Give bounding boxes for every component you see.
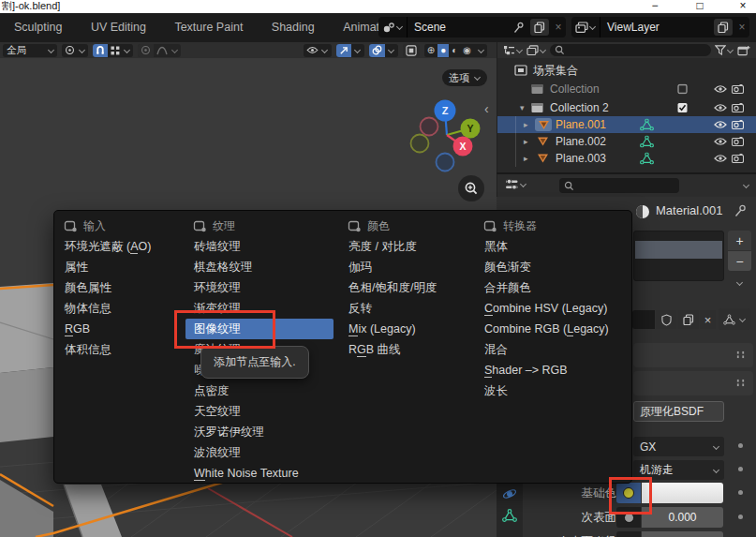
tab-sculpting[interactable]: Sculpting (2, 13, 74, 42)
shading-solid-button[interactable]: ● (437, 44, 449, 57)
camera-render-toggle[interactable] (732, 103, 744, 112)
collapsed-panel-header[interactable] (633, 371, 753, 395)
unlink-scene-button[interactable]: × (551, 21, 566, 34)
tab-shading[interactable]: Shading (259, 13, 327, 42)
proportional-falloff-dropdown[interactable] (154, 44, 181, 57)
viewlayer-name[interactable]: ViewLayer (600, 21, 714, 34)
outliner-row-plane-003[interactable]: ▸ Plane.003 (497, 150, 756, 167)
material-slot-selected[interactable] (635, 241, 722, 259)
material-name[interactable]: Material.001 (656, 203, 723, 217)
shading-rendered-button[interactable]: ◉ (460, 44, 474, 57)
menu-item[interactable]: 波浪纹理 (185, 442, 334, 463)
menu-item[interactable]: Mix (Legacy) (340, 319, 469, 339)
remove-slot-button[interactable]: − (728, 251, 751, 271)
gizmo-neg-z[interactable] (437, 154, 454, 172)
menu-item[interactable]: Combine HSV (Legacy) (476, 298, 629, 319)
hide-eye-toggle[interactable] (714, 154, 727, 163)
hide-eye-toggle[interactable] (714, 103, 727, 112)
show-overlays-toggle[interactable] (369, 44, 385, 57)
menu-item[interactable]: 点密度 (185, 380, 334, 401)
disclosure-triangle-icon[interactable]: ▸ (524, 154, 528, 163)
base-color-socket[interactable] (616, 483, 641, 503)
menu-item[interactable]: 黑体 (476, 236, 629, 257)
pin-icon[interactable] (734, 204, 747, 217)
camera-render-toggle[interactable] (732, 84, 744, 94)
minimize-button[interactable]: − (647, 0, 662, 12)
gizmo-options-dropdown[interactable] (351, 44, 364, 57)
menu-item[interactable]: 渐变纹理 (185, 298, 334, 319)
animate-dot-icon[interactable] (738, 490, 743, 495)
properties-options-chevron[interactable] (742, 182, 749, 189)
subsurface-method-dropdown[interactable]: 机游走 (633, 460, 724, 480)
unlink-material-button[interactable]: × (700, 310, 716, 329)
animate-dot-icon[interactable] (738, 443, 743, 448)
menu-item[interactable]: 属性 (56, 257, 179, 277)
new-viewlayer-button[interactable] (714, 19, 733, 36)
camera-render-toggle[interactable] (732, 120, 744, 129)
zoom-button[interactable] (458, 175, 484, 201)
menu-item[interactable]: 伽玛 (340, 257, 469, 277)
viewlayer-browse-dropdown[interactable] (571, 17, 600, 37)
animate-dot-icon[interactable] (738, 515, 743, 519)
menu-item[interactable]: RGB 曲线 (340, 339, 469, 360)
gizmo-neg-y[interactable] (411, 135, 429, 153)
hide-eye-toggle[interactable] (714, 137, 727, 146)
animate-dot-icon[interactable] (738, 467, 743, 471)
show-gizmo-toggle[interactable] (336, 44, 351, 57)
scene-name[interactable]: Scene (408, 21, 512, 34)
options-button[interactable]: 选项 (442, 69, 487, 86)
checkbox-checked-icon[interactable] (677, 103, 688, 113)
menu-item[interactable]: 颜色属性 (56, 277, 179, 298)
outliner-row-collection-2[interactable]: ▾ Collection 2 (497, 99, 756, 116)
sidebar-collapse-arrow[interactable]: ‹ (484, 101, 489, 116)
editor-type-dropdown[interactable] (505, 178, 526, 191)
disclosure-triangle-icon[interactable]: ▸ (524, 120, 528, 129)
outliner-row-plane-001[interactable]: ▸ Plane.001 (497, 116, 756, 133)
camera-render-toggle[interactable] (732, 154, 744, 163)
xray-toggle[interactable] (403, 44, 420, 57)
pin-icon[interactable] (512, 22, 525, 34)
outliner-row-plane-002[interactable]: ▸ Plane.002 (497, 133, 756, 150)
menu-item[interactable]: 环境纹理 (185, 277, 334, 298)
collapsed-panel-header[interactable] (633, 343, 753, 367)
snap-target-dropdown[interactable] (108, 44, 133, 57)
add-slot-button[interactable]: + (728, 231, 751, 250)
menu-item[interactable]: 混合 (476, 339, 629, 360)
material-name-field[interactable] (632, 310, 655, 329)
menu-item[interactable]: Shader –> RGB (476, 360, 629, 380)
filter-button[interactable] (715, 45, 734, 55)
menu-item[interactable]: 环境光遮蔽 (AO) (56, 236, 179, 257)
gizmo-neg-x[interactable] (421, 118, 438, 136)
menu-item[interactable]: 沃罗诺伊纹理 (185, 422, 334, 442)
menu-item[interactable]: 颜色渐变 (476, 257, 629, 277)
tab-uv-editing[interactable]: UV Editing (79, 13, 158, 42)
hide-eye-toggle[interactable] (714, 120, 727, 129)
filter-type-dropdown[interactable] (526, 45, 546, 56)
drag-handle-icon[interactable] (735, 351, 746, 359)
navigation-gizmo[interactable]: Z Y X (403, 89, 497, 183)
tab-object-data-icon[interactable] (502, 509, 517, 522)
transform-orientation-dropdown[interactable]: 全局 (3, 44, 57, 57)
surface-shader-field[interactable]: 原理化BSDF (633, 401, 724, 422)
scene-browse-dropdown[interactable] (378, 17, 408, 37)
menu-item[interactable]: 物体信息 (56, 298, 179, 319)
hide-eye-toggle[interactable] (714, 84, 727, 94)
material-slot-list[interactable] (633, 231, 724, 281)
fake-user-button[interactable] (656, 310, 676, 329)
tab-texture-paint[interactable]: Texture Paint (162, 13, 255, 42)
visibility-dropdown[interactable] (304, 44, 332, 57)
drag-handle-icon[interactable] (735, 379, 746, 387)
pivot-point-dropdown[interactable] (62, 44, 88, 57)
shading-options-dropdown[interactable] (474, 44, 487, 57)
menu-item[interactable]: 波长 (476, 380, 629, 401)
menu-item[interactable]: 色相/饱和度/明度 (340, 277, 469, 298)
menu-item[interactable]: 合并颜色 (476, 277, 629, 298)
tab-physics-icon[interactable] (502, 486, 517, 501)
remove-viewlayer-button[interactable]: × (734, 21, 749, 34)
subsurface-socket[interactable] (616, 507, 641, 528)
menu-item[interactable]: 图像纹理 (185, 319, 334, 339)
node-tree-dropdown[interactable] (719, 308, 750, 330)
maximize-button[interactable]: □ (692, 0, 707, 12)
new-collection-button[interactable] (737, 45, 750, 56)
checkbox-unchecked-icon[interactable] (677, 84, 688, 95)
